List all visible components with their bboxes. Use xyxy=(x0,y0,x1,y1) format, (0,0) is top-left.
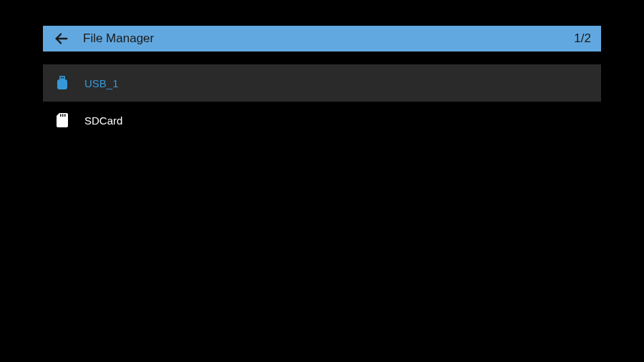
svg-rect-6 xyxy=(62,114,64,117)
svg-rect-5 xyxy=(60,114,62,117)
storage-item-label: USB_1 xyxy=(84,77,119,89)
page-title: File Manager xyxy=(83,31,574,46)
storage-item-label: SDCard xyxy=(84,114,122,127)
header-bar: File Manager 1/2 xyxy=(43,26,601,52)
page-counter: 1/2 xyxy=(574,31,591,46)
storage-item-sdcard[interactable]: SDCard xyxy=(43,102,601,139)
sdcard-icon xyxy=(54,112,70,128)
usb-icon xyxy=(54,75,70,91)
svg-rect-1 xyxy=(59,76,65,79)
svg-rect-3 xyxy=(63,77,64,79)
storage-list: USB_1 SDCard xyxy=(43,64,601,139)
svg-rect-7 xyxy=(64,114,66,117)
storage-item-usb[interactable]: USB_1 xyxy=(43,64,601,102)
back-button[interactable] xyxy=(53,30,70,47)
svg-rect-4 xyxy=(57,79,67,89)
svg-rect-2 xyxy=(61,77,62,79)
back-arrow-icon xyxy=(54,31,69,47)
